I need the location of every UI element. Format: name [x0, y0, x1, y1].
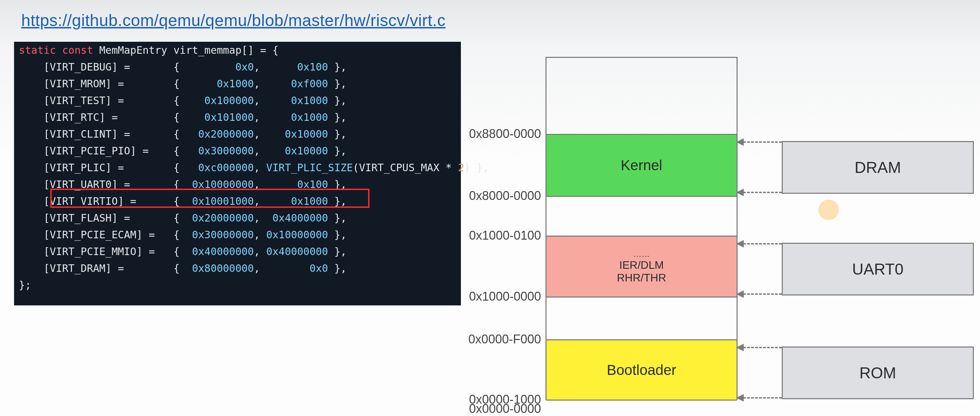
arrow [743, 397, 782, 399]
addr-1000-0000: 0x1000-0000 [469, 289, 541, 304]
box-dram: DRAM [782, 141, 974, 194]
memory-map-column: Kernel …… IER/DLM RHR/THR Bootloader [546, 57, 738, 400]
arrow [743, 192, 782, 193]
segment-uart0: …… IER/DLM RHR/THR [547, 237, 737, 297]
box-uart0: UART0 [782, 243, 974, 295]
box-rom: ROM [782, 346, 974, 399]
addr-8000: 0x8000-0000 [469, 189, 541, 203]
segment-kernel: Kernel [547, 135, 737, 196]
code-block: static const MemMapEntry virt_memmap[] =… [14, 42, 461, 305]
addr-0000-f000: 0x0000-F000 [468, 332, 541, 346]
arrow [743, 141, 782, 143]
arrow [743, 243, 782, 245]
addr-1000-0100: 0x1000-0100 [469, 229, 541, 243]
cursor-indicator-icon [818, 200, 839, 220]
source-url-link[interactable]: https://github.com/qemu/qemu/blob/master… [21, 11, 445, 30]
addr-8800: 0x8800-0000 [469, 127, 541, 141]
addr-0000-0000: 0x0000-0000 [469, 402, 541, 416]
arrow [743, 347, 782, 348]
segment-bootloader: Bootloader [547, 340, 737, 400]
arrow [743, 294, 782, 295]
